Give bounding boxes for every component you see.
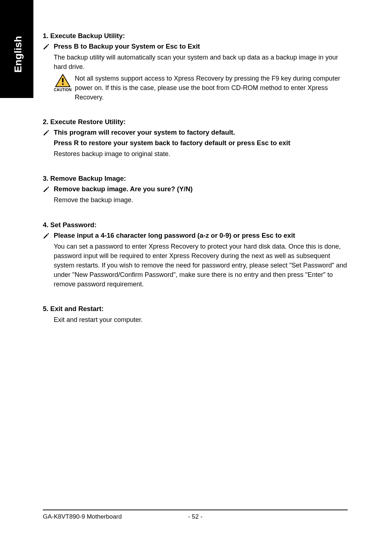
section-2-heading: 2. Execute Restore Utility: [43,118,348,126]
caution-text: Not all systems support access to Xpress… [75,74,348,102]
section-4-body: You can set a password to enter Xpress R… [54,242,348,289]
section-1-sub: Press B to Backup your System or Esc to … [43,42,348,102]
section-1-sub-content: Press B to Backup your System or Esc to … [54,42,348,102]
section-2-sub-content: This program will recover your system to… [54,128,348,159]
section-3-sub: Remove backup image. Are you sure? (Y/N)… [43,185,348,205]
section-1-subbold-0: Press B to Backup your System or Esc to … [54,42,348,51]
language-tab: English [0,0,33,98]
section-4-subbold-0: Please input a 4-16 character long passw… [54,231,348,240]
section-3-subbold-0: Remove backup image. Are you sure? (Y/N) [54,185,348,194]
section-3-sub-content: Remove backup image. Are you sure? (Y/N)… [54,185,348,205]
page-content: 1. Execute Backup Utility: Press B to Ba… [43,32,348,324]
svg-rect-0 [62,78,64,82]
section-3-heading: 3. Remove Backup Image: [43,175,348,183]
pencil-icon [43,185,52,193]
section-4-sub: Please input a 4-16 character long passw… [43,231,348,289]
section-4-sub-content: Please input a 4-16 character long passw… [54,231,348,289]
section-1-body: The backup utility will automatically sc… [54,53,348,71]
section-2-subbold-1: Press R to restore your system back to f… [54,139,348,148]
svg-rect-1 [62,83,64,85]
caution-label: CAUTION [54,88,72,92]
caution-block: CAUTION Not all systems support access t… [54,74,348,102]
section-2-body: Restores backup image to original state. [54,149,348,159]
footer-product-name: GA-K8VT890-9 Motherboard [43,513,181,520]
footer-page-number: - 52 - [181,513,210,520]
section-2-sub: This program will recover your system to… [43,128,348,159]
section-5-body: Exit and restart your computer. [54,315,348,324]
section-3-body: Remove the backup image. [54,195,348,205]
section-1-heading: 1. Execute Backup Utility: [43,32,348,40]
section-5-heading: 5. Exit and Restart: [43,305,348,313]
footer-rule [43,510,348,510]
caution-icon: CAUTION [54,74,72,92]
language-tab-label: English [12,36,24,73]
pencil-icon [43,232,52,239]
pencil-icon [43,129,52,136]
pencil-icon [43,43,52,50]
page-footer: GA-K8VT890-9 Motherboard - 52 - [43,510,348,520]
footer-right-spacer [210,513,348,520]
section-4-heading: 4. Set Password: [43,221,348,229]
section-2-subbold-0: This program will recover your system to… [54,128,348,137]
footer-row: GA-K8VT890-9 Motherboard - 52 - [43,513,348,520]
